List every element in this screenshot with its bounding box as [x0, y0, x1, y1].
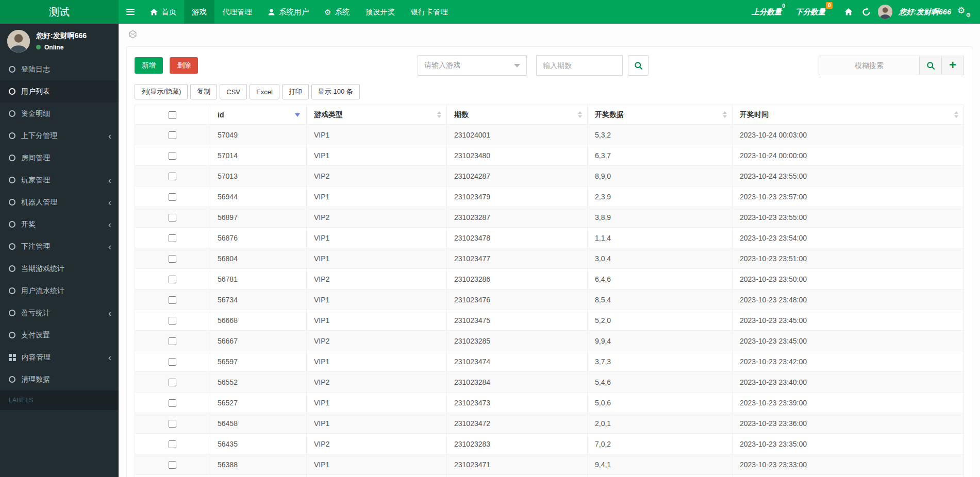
sidebar-item-profit-loss-stats[interactable]: 盈亏统计‹	[0, 302, 119, 324]
column-header-id[interactable]: id	[210, 105, 307, 125]
dt-button-print[interactable]: 打印	[282, 84, 309, 99]
cell-period: 231023470	[447, 475, 588, 477]
table-row[interactable]: 56804VIP12310234773,0,42023-10-23 23:51:…	[135, 248, 964, 269]
row-checkbox[interactable]	[169, 358, 176, 366]
cell-draw-time: 2023-10-23 23:40:00	[733, 372, 964, 393]
row-checkbox[interactable]	[169, 420, 176, 428]
dt-button-excel[interactable]: Excel	[250, 84, 279, 99]
row-checkbox[interactable]	[169, 193, 176, 201]
dt-button-csv[interactable]: CSV	[220, 84, 247, 99]
dt-button-show-100[interactable]: 显示 100 条	[311, 84, 360, 99]
table-row[interactable]: 57013VIP22310242878,9,02023-10-24 23:55:…	[135, 166, 964, 186]
sidebar-item-room-management[interactable]: 房间管理	[0, 147, 119, 169]
row-checkbox[interactable]	[169, 214, 176, 222]
cell-period: 231023472	[447, 413, 588, 434]
table-row[interactable]: 56435VIP22310232837,0,22023-10-23 23:35:…	[135, 434, 964, 454]
select-all-checkbox[interactable]	[169, 111, 176, 119]
table-row[interactable]: 57014VIP12310234806,3,72023-10-24 00:00:…	[135, 145, 964, 166]
row-checkbox[interactable]	[169, 255, 176, 263]
sidebar-item-content-management[interactable]: 内容管理‹	[0, 346, 119, 368]
sidebar-item-player-management[interactable]: 玩家管理‹	[0, 169, 119, 191]
sidebar-item-user-flow-stats[interactable]: 用户流水统计	[0, 280, 119, 302]
brand-logo[interactable]: 测试	[0, 0, 119, 24]
column-header-game-type[interactable]: 游戏类型	[307, 105, 447, 125]
column-header-period[interactable]: 期数	[447, 105, 588, 125]
sidebar-avatar[interactable]	[7, 30, 30, 53]
nav-item-home[interactable]: 首页	[142, 0, 184, 24]
table-row[interactable]: 56876VIP12310234781,1,42023-10-23 23:54:…	[135, 228, 964, 248]
fuzzy-search-button[interactable]	[919, 56, 942, 75]
sidebar-item-clean-data[interactable]: 清理数据	[0, 368, 119, 390]
table-row[interactable]: 56897VIP22310232873,8,92023-10-23 23:55:…	[135, 207, 964, 228]
row-checkbox[interactable]	[169, 296, 176, 304]
sidebar-item-current-game-stats[interactable]: 当期游戏统计	[0, 258, 119, 280]
row-checkbox[interactable]	[169, 173, 176, 180]
row-checkbox[interactable]	[169, 379, 176, 386]
fuzzy-search-group: +	[819, 56, 964, 75]
row-checkbox[interactable]	[169, 276, 176, 283]
table-row[interactable]: 56781VIP22310232866,4,62023-10-23 23:50:…	[135, 269, 964, 289]
fuzzy-search-input[interactable]	[819, 56, 920, 75]
table-row[interactable]: 56668VIP12310234755,2,02023-10-23 23:45:…	[135, 310, 964, 331]
row-checkbox[interactable]	[169, 152, 176, 160]
settings-gears-icon[interactable]: ⚙⚙	[957, 6, 971, 18]
table-row[interactable]: 56944VIP12310234792,3,92023-10-23 23:57:…	[135, 186, 964, 207]
row-checkbox[interactable]	[169, 131, 176, 139]
row-checkbox[interactable]	[169, 399, 176, 407]
nav-item-label: 系统	[335, 7, 350, 17]
sidebar-item-user-list[interactable]: 用户列表	[0, 80, 119, 103]
sidebar-item-bet-management[interactable]: 下注管理‹	[0, 235, 119, 258]
sidebar-item-payment-settings[interactable]: 支付设置	[0, 324, 119, 346]
cell-game-type: VIP2	[307, 207, 447, 228]
gear-icon: ⚙	[324, 8, 331, 16]
nav-item-system-users[interactable]: 系统用户	[260, 0, 317, 24]
row-checkbox[interactable]	[169, 440, 176, 448]
nav-item-system[interactable]: ⚙系统	[317, 0, 357, 24]
table-row[interactable]: 56552VIP22310232845,4,62023-10-23 23:40:…	[135, 372, 964, 393]
sidebar-item-lottery-draw[interactable]: 开奖‹	[0, 213, 119, 235]
dt-button-copy[interactable]: 复制	[190, 84, 217, 99]
game-select[interactable]: 请输入游戏	[418, 55, 527, 76]
add-plus-button[interactable]: +	[941, 56, 964, 75]
add-button[interactable]: 新增	[135, 57, 163, 74]
cell-draw-time: 2023-10-24 00:00:00	[733, 145, 964, 166]
search-button[interactable]	[628, 55, 649, 76]
row-checkbox[interactable]	[169, 337, 176, 345]
sidebar-item-score-management[interactable]: 上下分管理‹	[0, 125, 119, 147]
table-row[interactable]: 57049VIP12310240015,3,22023-10-24 00:03:…	[135, 125, 964, 145]
nav-item-bank-cards[interactable]: 银行卡管理	[403, 0, 456, 24]
up-score-link[interactable]: 上分数量0	[752, 7, 785, 17]
user-greeting[interactable]: 您好:发财啊666	[899, 7, 951, 17]
nav-item-preset-draw[interactable]: 预设开奖	[357, 0, 403, 24]
dt-button-column-visibility[interactable]: 列(显示/隐藏)	[135, 84, 188, 99]
sidebar-item-fund-details[interactable]: 资金明细	[0, 103, 119, 125]
table-row[interactable]: 56734VIP12310234768,5,42023-10-23 23:48:…	[135, 289, 964, 310]
nav-item-games[interactable]: 游戏	[184, 0, 214, 24]
table-row[interactable]: 56667VIP22310232859,9,42023-10-23 23:45:…	[135, 331, 964, 351]
home-icon[interactable]	[843, 8, 854, 16]
table-row[interactable]: 56388VIP12310234719,4,12023-10-23 23:33:…	[135, 454, 964, 475]
datatable-toolbar: 列(显示/隐藏)复制CSVExcel打印显示 100 条	[135, 84, 964, 99]
table-row[interactable]: 56318VIP12310234701,2,62023-10-23 23:30:…	[135, 475, 964, 477]
nav-item-agents[interactable]: 代理管理	[214, 0, 260, 24]
column-header-draw-time[interactable]: 开奖时间	[733, 105, 964, 125]
user-avatar[interactable]	[878, 5, 892, 19]
table-row[interactable]: 56597VIP12310234743,7,32023-10-23 23:42:…	[135, 351, 964, 372]
table-row[interactable]: 56527VIP12310234735,0,62023-10-23 23:39:…	[135, 393, 964, 413]
period-input[interactable]	[536, 55, 623, 76]
row-checkbox[interactable]	[169, 234, 176, 242]
sidebar-item-robot-management[interactable]: 机器人管理‹	[0, 191, 119, 213]
sidebar-toggle-button[interactable]	[119, 0, 142, 24]
row-checkbox[interactable]	[169, 461, 176, 469]
cell-game-type: VIP1	[307, 310, 447, 331]
delete-button[interactable]: 删除	[170, 57, 198, 74]
down-score-count-badge: 0	[826, 2, 833, 9]
cell-draw-numbers: 9,4,1	[588, 454, 733, 475]
row-checkbox[interactable]	[169, 317, 176, 325]
refresh-icon[interactable]	[860, 8, 872, 16]
sidebar-item-login-logs[interactable]: 登陆日志	[0, 58, 119, 80]
column-header-draw-numbers[interactable]: 开奖数据	[588, 105, 733, 125]
cell-draw-time: 2023-10-23 23:33:00	[733, 454, 964, 475]
down-score-link[interactable]: 下分数量0	[795, 7, 833, 17]
table-row[interactable]: 56458VIP12310234722,0,12023-10-23 23:36:…	[135, 413, 964, 434]
